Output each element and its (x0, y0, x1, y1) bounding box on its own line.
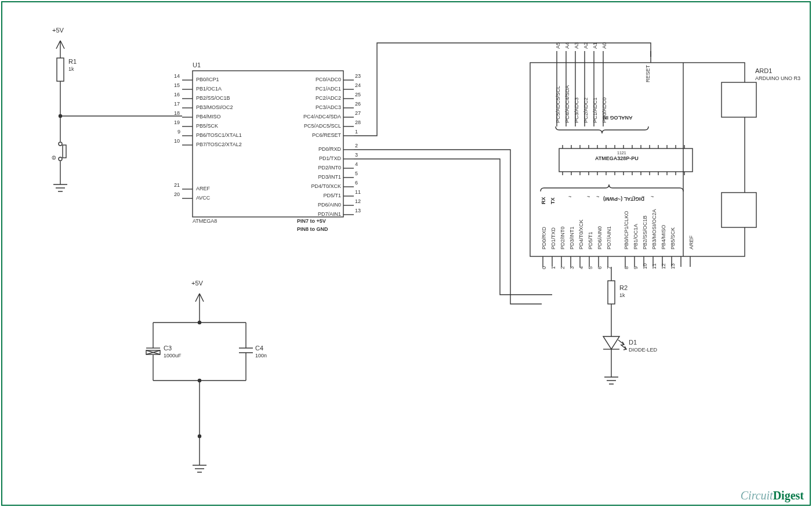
reset-label: RESET (645, 65, 651, 82)
d1-ref: D1 (629, 339, 637, 346)
r1-ref: R1 (68, 58, 77, 65)
watermark: CircuitDigest (741, 489, 804, 502)
svg-rect-100 (608, 281, 615, 304)
u1-ref: U1 (193, 61, 201, 68)
svg-rect-40 (722, 193, 756, 227)
svg-point-2 (59, 142, 62, 146)
r2-val: 1k (619, 292, 625, 298)
c4-val: 100n (255, 353, 267, 358)
u1-note2: PIN8 to GND (297, 226, 328, 232)
svg-point-3 (59, 157, 62, 161)
schematic-canvas: ⊖ (7, 7, 805, 500)
svg-rect-39 (722, 82, 756, 117)
svg-rect-0 (57, 58, 64, 81)
c3-val: 1000uF (164, 353, 182, 358)
power-5v-top: +5V (52, 27, 64, 34)
ard1-chip-sub: 1121 (617, 151, 626, 155)
analog-header: ANALOG IN (603, 115, 633, 121)
r1-val: 1k (68, 66, 74, 72)
svg-point-37 (198, 435, 201, 438)
u1-note1: PIN7 to +5V (297, 218, 326, 224)
ard1-chip: ATMEGA328P-PU (595, 155, 639, 161)
power-5v-mid: +5V (191, 280, 203, 287)
ard1-ref: ARD1 (755, 67, 772, 74)
r2-ref: R2 (619, 284, 628, 291)
svg-text:⊖: ⊖ (50, 155, 57, 160)
d1-val: DIODE-LED (629, 347, 657, 353)
svg-rect-4 (63, 145, 66, 158)
c3-ref: C3 (164, 345, 172, 352)
digital-header: DIGITAL (~PWM) (603, 196, 644, 202)
ard1-part: ARDUINO UNO R3 (755, 75, 800, 81)
u1-part: ATMEGA8 (193, 218, 217, 224)
c4-ref: C4 (255, 345, 263, 352)
